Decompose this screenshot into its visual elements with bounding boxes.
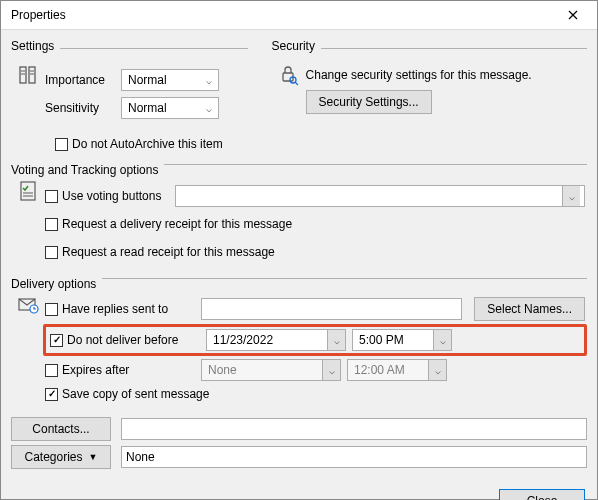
chevron-down-icon: ⌵ <box>202 75 216 86</box>
expires-date-select[interactable]: None ⌵ <box>201 359 341 381</box>
not-before-time-select[interactable]: 5:00 PM ⌵ <box>352 329 452 351</box>
autoarchive-checkbox[interactable]: Do not AutoArchive this item <box>55 134 223 154</box>
svg-rect-0 <box>20 67 26 83</box>
properties-icon <box>17 64 39 86</box>
lock-search-icon <box>278 64 300 86</box>
dropdown-triangle-icon: ▼ <box>89 452 98 462</box>
use-voting-checkbox[interactable]: Use voting buttons <box>45 186 161 206</box>
select-names-button[interactable]: Select Names... <box>474 297 585 321</box>
replies-to-input[interactable] <box>201 298 462 320</box>
settings-legend: Settings <box>11 39 60 53</box>
checklist-icon <box>17 180 39 202</box>
checkbox-icon <box>45 218 58 231</box>
categories-input[interactable]: None <box>121 446 587 468</box>
chevron-down-icon: ⌵ <box>562 186 580 206</box>
titlebar: Properties <box>1 1 597 29</box>
chevron-down-icon: ⌵ <box>327 330 345 350</box>
checkbox-checked-icon <box>45 388 58 401</box>
svg-rect-9 <box>21 182 35 200</box>
chevron-down-icon: ⌵ <box>428 360 446 380</box>
checkbox-checked-icon <box>50 334 63 347</box>
expires-time-select[interactable]: 12:00 AM ⌵ <box>347 359 447 381</box>
properties-dialog: Properties Settings <box>0 0 598 500</box>
chevron-down-icon: ⌵ <box>433 330 451 350</box>
security-description: Change security settings for this messag… <box>306 64 585 90</box>
read-receipt-checkbox[interactable]: Request a read receipt for this message <box>45 242 275 262</box>
chevron-down-icon: ⌵ <box>322 360 340 380</box>
contacts-button[interactable]: Contacts... <box>11 417 111 441</box>
do-not-deliver-checkbox[interactable]: Do not deliver before <box>50 330 178 350</box>
svg-line-8 <box>295 82 298 85</box>
do-not-deliver-highlight: Do not deliver before 11/23/2022 ⌵ 5:00 … <box>43 324 587 356</box>
contacts-input[interactable] <box>121 418 587 440</box>
categories-button[interactable]: Categories ▼ <box>11 445 111 469</box>
expires-after-checkbox[interactable]: Expires after <box>45 360 129 380</box>
envelope-clock-icon <box>17 294 39 316</box>
delivery-receipt-checkbox[interactable]: Request a delivery receipt for this mess… <box>45 214 292 234</box>
security-legend: Security <box>272 39 321 53</box>
checkbox-icon <box>45 303 58 316</box>
checkbox-icon <box>45 190 58 203</box>
sensitivity-label: Sensitivity <box>45 101 121 115</box>
close-button[interactable]: Close <box>499 489 585 500</box>
svg-rect-1 <box>29 67 35 83</box>
security-group: Security Change security settings for th… <box>272 40 587 126</box>
delivery-legend: Delivery options <box>11 277 102 291</box>
voting-legend: Voting and Tracking options <box>11 163 164 177</box>
checkbox-icon <box>45 246 58 259</box>
security-settings-button[interactable]: Security Settings... <box>306 90 432 114</box>
importance-select[interactable]: Normal ⌵ <box>121 69 219 91</box>
chevron-down-icon: ⌵ <box>202 103 216 114</box>
not-before-date-select[interactable]: 11/23/2022 ⌵ <box>206 329 346 351</box>
window-title: Properties <box>11 8 66 22</box>
importance-label: Importance <box>45 73 121 87</box>
have-replies-checkbox[interactable]: Have replies sent to <box>45 299 168 319</box>
voting-group: Voting and Tracking options Use <box>11 164 587 270</box>
checkbox-icon <box>55 138 68 151</box>
close-icon[interactable] <box>555 1 591 29</box>
checkbox-icon <box>45 364 58 377</box>
settings-group: Settings Importance <box>11 40 248 126</box>
save-copy-checkbox[interactable]: Save copy of sent message <box>45 384 209 404</box>
voting-buttons-combo[interactable]: ⌵ <box>175 185 585 207</box>
delivery-group: Delivery options <box>11 278 587 409</box>
sensitivity-select[interactable]: Normal ⌵ <box>121 97 219 119</box>
